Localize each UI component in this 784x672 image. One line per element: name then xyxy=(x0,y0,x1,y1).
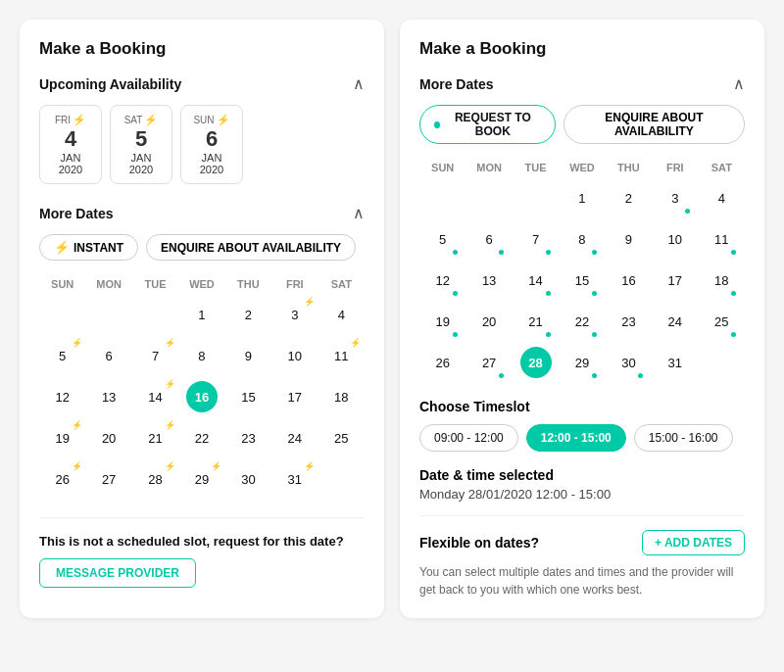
r-cal-day-30[interactable]: 30 xyxy=(612,347,644,378)
r-cal-day-22[interactable]: 22 xyxy=(566,306,598,337)
availability-cards: FRI ⚡ 4 JAN2020 SAT ⚡ 5 JAN2020 SUN ⚡ xyxy=(39,105,365,184)
upcoming-section-title: Upcoming Availability xyxy=(39,76,181,92)
r-cal-day-3[interactable]: 3 xyxy=(660,182,691,214)
cal-day-14[interactable]: 14⚡ xyxy=(140,381,172,412)
timeslot-row: 09:00 - 12:00 12:00 - 15:00 15:00 - 16:0… xyxy=(419,424,745,452)
cal-day-13[interactable]: 13 xyxy=(93,381,124,412)
right-enquire-button[interactable]: ENQUIRE ABOUT AVAILABILITY xyxy=(564,105,745,144)
flexible-title: Flexible on dates? xyxy=(419,535,539,551)
cal-day-27[interactable]: 27 xyxy=(93,463,124,495)
r-cal-day-14[interactable]: 14 xyxy=(520,264,552,296)
r-cal-day-6[interactable]: 6 xyxy=(473,223,505,255)
cal-day-30[interactable]: 30 xyxy=(232,463,264,495)
r-cal-day-19[interactable]: 19 xyxy=(427,306,459,337)
r-cal-day-25[interactable]: 25 xyxy=(706,306,737,337)
cal-day-18[interactable]: 18 xyxy=(325,381,357,412)
cal-day-28[interactable]: 28⚡ xyxy=(140,463,172,495)
not-scheduled-section: This is not a scheduled slot, request fo… xyxy=(39,517,365,588)
left-enquire-button[interactable]: ENQUIRE ABOUT AVAILABILITY xyxy=(146,234,356,261)
r-cal-day-26[interactable]: 26 xyxy=(427,347,459,378)
cal-day-22[interactable]: 22 xyxy=(186,422,218,454)
cal-day-6[interactable]: 6 xyxy=(93,340,124,371)
avail-card-fri-num: 4 xyxy=(52,126,89,152)
cal-day-16-selected[interactable]: 16 xyxy=(186,381,218,412)
request-to-book-button[interactable]: REQUEST TO BOOK xyxy=(419,105,556,144)
table-row: 12 13 14⚡ 16 15 17 18 xyxy=(39,376,365,417)
timeslot-1200-1500[interactable]: 12:00 - 15:00 xyxy=(526,424,626,452)
cal-day-11[interactable]: 11⚡ xyxy=(325,340,357,371)
more-dates-chevron-icon[interactable]: ∧ xyxy=(353,204,365,222)
cal-day-26[interactable]: 26⚡ xyxy=(47,463,78,495)
r-cal-day-5[interactable]: 5 xyxy=(427,223,459,255)
left-panel-title: Make a Booking xyxy=(39,39,365,59)
datetime-value: Monday 28/01/2020 12:00 - 15:00 xyxy=(419,487,745,502)
cal-day-31[interactable]: 31⚡ xyxy=(279,463,311,495)
table-row: 26 27 28 29 30 31 xyxy=(419,342,745,383)
cal-day-7[interactable]: 7⚡ xyxy=(140,340,172,371)
r-cal-day-15[interactable]: 15 xyxy=(566,264,598,296)
r-cal-day-18[interactable]: 18 xyxy=(706,264,737,296)
cal-day-25[interactable]: 25 xyxy=(325,422,357,454)
r-cal-day-4[interactable]: 4 xyxy=(706,182,737,214)
add-dates-button[interactable]: + ADD DATES xyxy=(642,530,745,555)
cal-day-9[interactable]: 9 xyxy=(232,340,264,371)
cal-day-12[interactable]: 12 xyxy=(47,381,78,412)
cal-day-8[interactable]: 8 xyxy=(186,340,218,371)
cal-day-1[interactable]: 1 xyxy=(186,299,218,330)
message-provider-button[interactable]: MESSAGE PROVIDER xyxy=(39,558,196,588)
timeslot-0900-1200[interactable]: 09:00 - 12:00 xyxy=(419,424,518,452)
r-cal-header-thu: THU xyxy=(606,158,652,177)
cal-header-fri: FRI xyxy=(271,274,318,294)
r-cal-day-28-selected[interactable]: 28 xyxy=(520,347,552,378)
dot-icon-19 xyxy=(453,332,458,337)
r-cal-day-1[interactable]: 1 xyxy=(566,182,598,214)
cal-day-29[interactable]: 29⚡ xyxy=(186,463,218,495)
cal-day-15[interactable]: 15 xyxy=(232,381,264,412)
cal-header-wed: WED xyxy=(178,274,224,294)
cal-day-21[interactable]: 21⚡ xyxy=(140,422,172,454)
r-cal-day-7[interactable]: 7 xyxy=(520,223,552,255)
r-cal-day-27[interactable]: 27 xyxy=(473,347,505,378)
cal-day-4[interactable]: 4 xyxy=(325,299,357,330)
cal-day-23[interactable]: 23 xyxy=(232,422,264,454)
r-cal-day-11[interactable]: 11 xyxy=(706,223,737,255)
cal-day-20[interactable]: 20 xyxy=(93,422,124,454)
cal-day-24[interactable]: 24 xyxy=(279,422,311,454)
dot-icon-5 xyxy=(453,250,458,255)
avail-card-sat[interactable]: SAT ⚡ 5 JAN2020 xyxy=(110,105,172,184)
r-cal-day-9[interactable]: 9 xyxy=(612,223,644,255)
upcoming-chevron-icon[interactable]: ∧ xyxy=(353,74,365,93)
cal-day-3[interactable]: 3⚡ xyxy=(279,299,311,330)
r-cal-day-2[interactable]: 2 xyxy=(612,182,644,214)
not-scheduled-text: This is not a scheduled slot, request fo… xyxy=(39,534,365,549)
cal-day-5[interactable]: 5⚡ xyxy=(47,340,78,371)
r-cal-day-13[interactable]: 13 xyxy=(473,264,505,296)
r-cal-day-17[interactable]: 17 xyxy=(660,264,691,296)
timeslot-1500-1600[interactable]: 15:00 - 16:00 xyxy=(634,424,733,452)
avail-card-sun[interactable]: SUN ⚡ 6 JAN2020 xyxy=(180,105,243,184)
cal-day-17[interactable]: 17 xyxy=(279,381,311,412)
r-cal-day-8[interactable]: 8 xyxy=(566,223,598,255)
right-more-dates-header: More Dates ∧ xyxy=(419,74,745,93)
cal-day-10[interactable]: 10 xyxy=(279,340,311,371)
r-cal-day-31[interactable]: 31 xyxy=(660,347,691,378)
right-more-dates-chevron-icon[interactable]: ∧ xyxy=(733,74,745,93)
bolt-icon-31: ⚡ xyxy=(304,461,315,471)
table-row: 5⚡ 6 7⚡ 8 9 10 11⚡ xyxy=(39,335,365,376)
r-cal-day-21[interactable]: 21 xyxy=(520,306,552,337)
r-cal-day-16[interactable]: 16 xyxy=(612,264,644,296)
r-cal-day-12[interactable]: 12 xyxy=(427,264,459,296)
r-cal-day-10[interactable]: 10 xyxy=(660,223,691,255)
dot-icon-12 xyxy=(453,291,458,296)
r-cal-day-29[interactable]: 29 xyxy=(566,347,598,378)
cal-day-19[interactable]: 19⚡ xyxy=(47,422,78,454)
dot-icon-3 xyxy=(685,209,690,214)
r-cal-day-20[interactable]: 20 xyxy=(473,306,505,337)
avail-card-fri[interactable]: FRI ⚡ 4 JAN2020 xyxy=(39,105,102,184)
r-cal-day-23[interactable]: 23 xyxy=(612,306,644,337)
avail-card-sat-month: JAN2020 xyxy=(122,152,160,175)
cal-day-2[interactable]: 2 xyxy=(232,299,264,330)
r-cal-header-sat: SAT xyxy=(699,158,745,177)
instant-button[interactable]: ⚡ INSTANT xyxy=(39,234,138,261)
r-cal-day-24[interactable]: 24 xyxy=(660,306,691,337)
